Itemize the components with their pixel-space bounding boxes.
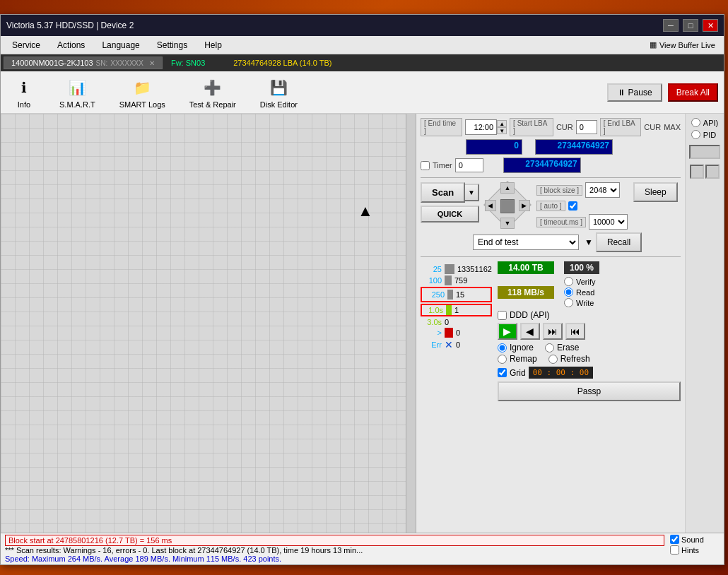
sn-label: SN: [96,59,108,67]
sound-checkbox[interactable] [670,535,679,544]
scan-dropdown-button[interactable]: ▼ [465,184,479,201]
stat-err-label: Err [421,340,442,349]
diamond-control: ▲ ◀ ▶ ▼ [485,182,531,228]
timer-value-input[interactable] [455,158,483,172]
back-button[interactable]: ◀ [520,323,540,340]
status-row: Block start at 24785801216 (12.7 TB) = 1… [5,535,720,563]
pid-radio[interactable] [691,130,700,139]
mode-group: Ignore Erase Remap Refresh [498,343,681,364]
view-buffer-button[interactable]: ▦ View Buffer Live [644,39,721,51]
test-repair-icon: ➕ [201,76,224,99]
end-lba-value[interactable]: 27344764927 [535,139,613,155]
write-radio-row: Write [564,298,596,307]
quick-button[interactable]: QUICK [421,206,479,223]
verify-label: Verify [576,278,596,286]
grid-label: Grid [510,368,526,378]
status-line-1: Block start at 24785801216 (12.7 TB) = 1… [5,535,664,546]
scan-button[interactable]: Scan [421,182,465,203]
test-repair-button[interactable]: ➕ Test & Repair [183,73,242,112]
hints-checkbox[interactable] [670,545,679,555]
time-down[interactable]: ▼ [497,127,507,134]
ignore-radio[interactable] [498,343,507,352]
remap-refresh-row: Remap Refresh [498,354,681,364]
forward-end-button[interactable]: ⏭ [543,323,563,340]
time-spinner: ▲ ▼ [465,119,507,135]
stat-1s-label: 1.0s [422,306,443,314]
play-button[interactable]: ▶ [498,323,517,340]
scan-scrollbar[interactable] [406,114,416,533]
title-bar: Victoria 5.37 HDD/SSD | Device 2 ─ □ ✕ [1,15,724,36]
device-tab[interactable]: 14000NM001G-2KJ103 SN: XXXXXXX ✕ [4,57,163,69]
menu-language[interactable]: Language [93,38,148,52]
scan-grid [1,114,416,533]
refresh-radio[interactable] [548,355,558,364]
diamond-up[interactable]: ▲ [500,182,515,194]
end-time-label: [ End time ] [421,118,462,136]
sidebar-small-btn3[interactable] [705,165,720,179]
verify-radio-row: Verify [564,277,596,286]
menu-service[interactable]: Service [4,38,49,52]
erase-radio[interactable] [545,343,554,352]
api-radio[interactable] [691,118,700,127]
scan-btn-group: Scan ▼ [421,182,479,203]
sound-hints-group: Sound Hints [670,535,720,555]
info-button[interactable]: ℹ Info [6,73,42,112]
timer-checkbox[interactable] [421,161,430,170]
time-up[interactable]: ▲ [497,120,507,127]
remap-radio[interactable] [498,355,507,364]
maximize-button[interactable]: □ [683,19,698,32]
read-radio[interactable] [564,288,573,297]
verify-radio[interactable] [564,277,573,286]
end-of-test-select[interactable]: End of test [473,235,579,250]
time-input[interactable] [465,119,497,135]
break-all-button[interactable]: Break All [668,83,718,102]
hints-label: Hints [681,546,699,555]
skip-end-button[interactable]: ⏮ [565,323,585,340]
ddd-api-checkbox[interactable] [498,311,507,320]
smart-label: S.M.A.R.T [59,100,95,109]
speed-mbs-badge: 118 MB/s [498,286,554,299]
menu-settings[interactable]: Settings [148,38,196,52]
timer-label: Timer [433,161,452,170]
write-label: Write [576,299,594,307]
block-size-select[interactable]: 2048 [585,182,620,198]
close-button[interactable]: ✕ [703,19,718,32]
diamond-right[interactable]: ▶ [519,200,530,211]
start-lba-value[interactable]: 0 [466,139,522,155]
pause-button[interactable]: ⏸ Pause [607,83,662,102]
hints-row: Hints [670,545,720,555]
recall-button[interactable]: Recall [596,232,642,252]
sn-value: XXXXXXX [110,59,143,67]
timeout-select[interactable]: 10000 [589,214,628,230]
read-radio-row: Read [564,288,596,297]
grid-checkbox[interactable] [498,368,507,377]
end-max-label: MAX [664,123,681,131]
stat-3s-val: 0 [445,318,449,326]
end-lba-value2[interactable]: 27344764927 [503,158,581,173]
sidebar-small-btn2[interactable] [690,165,704,179]
speed-row: 14.00 TB 100 % [498,261,681,274]
sidebar-small-btn1[interactable] [689,145,720,159]
test-repair-label: Test & Repair [189,100,236,109]
cur-value-input[interactable] [576,120,597,134]
menu-help[interactable]: Help [196,38,230,52]
sleep-button[interactable]: Sleep [633,182,678,202]
diamond-left[interactable]: ◀ [485,200,496,211]
block-size-row: [ block size ] 2048 [536,182,628,198]
menu-actions[interactable]: Actions [49,38,93,52]
write-radio[interactable] [564,298,573,307]
minimize-button[interactable]: ─ [663,19,679,32]
passp-button[interactable]: Passp [498,381,681,401]
smart-logs-button[interactable]: 📁 SMART Logs [113,73,172,112]
disk-editor-button[interactable]: 💾 Disk Editor [254,73,304,112]
speed-tb-badge: 14.00 TB [498,261,554,274]
api-label: API) [703,119,718,127]
stat-gt-val: 0 [456,328,460,337]
divider1 [421,177,681,178]
tab-close-icon[interactable]: ✕ [149,59,155,67]
stat-gt-bar [445,328,453,338]
smart-button[interactable]: 📊 S.M.A.R.T [53,73,102,112]
auto-checkbox[interactable] [568,201,577,211]
api-pid-group: API) PID [691,118,718,139]
diamond-down[interactable]: ▼ [500,218,515,229]
